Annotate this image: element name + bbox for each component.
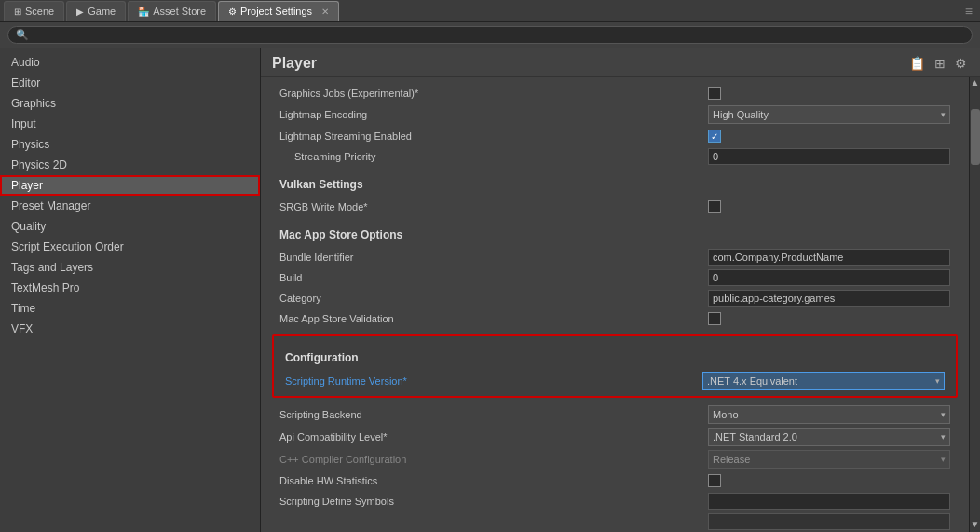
- validation-label: Mac App Store Validation: [279, 313, 708, 324]
- srgb-row: SRGB Write Mode*: [272, 197, 958, 217]
- scripting-backend-dropdown[interactable]: Mono ▾: [708, 405, 950, 424]
- tab-asset-store[interactable]: 🏪 Asset Store: [128, 1, 216, 21]
- scripting-define-input[interactable]: [708, 493, 950, 510]
- streaming-priority-input[interactable]: [708, 148, 950, 165]
- search-input[interactable]: [33, 30, 964, 41]
- scene-icon: ⊞: [14, 7, 21, 17]
- category-label: Category: [279, 293, 708, 304]
- tab-project-settings[interactable]: ⚙ Project Settings ✕: [218, 1, 339, 21]
- api-compat-arrow-icon: ▾: [941, 432, 946, 442]
- sidebar-item-graphics[interactable]: Graphics: [0, 93, 260, 114]
- sidebar-item-input[interactable]: Input: [0, 114, 260, 134]
- sidebar-item-quality[interactable]: Quality: [0, 216, 260, 237]
- lightmap-encoding-value: High Quality: [713, 109, 769, 120]
- tab-scene-label: Scene: [25, 6, 54, 17]
- api-compat-dropdown[interactable]: .NET Standard 2.0 ▾: [708, 428, 950, 446]
- sidebar-item-physics[interactable]: Physics: [0, 134, 260, 155]
- book-icon[interactable]: 📋: [907, 54, 927, 73]
- validation-checkbox[interactable]: [708, 312, 721, 325]
- content-with-scroll: Graphics Jobs (Experimental)* Lightmap E…: [261, 77, 980, 532]
- empty-field-row: [272, 512, 958, 532]
- disable-hw-control: [708, 474, 950, 487]
- sidebar-item-script-execution-order[interactable]: Script Execution Order: [0, 237, 260, 257]
- dropdown-arrow-icon: ▾: [941, 110, 946, 119]
- mac-header: Mac App Store Options: [279, 228, 402, 241]
- bundle-id-input[interactable]: [708, 249, 950, 266]
- scroll-up-arrow[interactable]: ▲: [971, 77, 980, 90]
- vulkan-header-row: Vulkan Settings: [272, 167, 958, 197]
- srgb-label: SRGB Write Mode*: [279, 201, 708, 212]
- streaming-priority-control: [708, 148, 950, 165]
- main-layout: Audio Editor Graphics Input Physics Phys…: [0, 48, 980, 532]
- graphics-jobs-row: Graphics Jobs (Experimental)*: [272, 83, 958, 103]
- tab-bar: ⊞ Scene ▶ Game 🏪 Asset Store ⚙ Project S…: [0, 0, 980, 22]
- cpp-compiler-arrow-icon: ▾: [941, 455, 946, 464]
- content-scroll[interactable]: Graphics Jobs (Experimental)* Lightmap E…: [261, 77, 969, 532]
- layout-icon[interactable]: ⊞: [932, 54, 947, 73]
- graphics-jobs-checkbox[interactable]: [708, 87, 721, 100]
- sidebar-item-time[interactable]: Time: [0, 298, 260, 319]
- settings-icon: ⚙: [228, 7, 237, 17]
- header-icons: 📋 ⊞ ⚙: [907, 54, 969, 73]
- asset-store-icon: 🏪: [138, 7, 149, 17]
- sidebar-item-preset-manager[interactable]: Preset Manager: [0, 196, 260, 216]
- gear-icon[interactable]: ⚙: [953, 54, 969, 73]
- tab-scene[interactable]: ⊞ Scene: [4, 1, 64, 21]
- empty-input[interactable]: [708, 513, 950, 530]
- lightmap-encoding-control: High Quality ▾: [708, 105, 950, 124]
- srgb-checkbox[interactable]: [708, 200, 721, 213]
- empty-control: [708, 513, 950, 530]
- disable-hw-row: Disable HW Statistics: [272, 471, 958, 491]
- config-header: Configuration: [285, 351, 359, 364]
- tab-game[interactable]: ▶ Game: [66, 1, 126, 21]
- category-input[interactable]: [708, 290, 950, 307]
- content-area: Player 📋 ⊞ ⚙ Graphics Jobs (Experimental…: [261, 48, 980, 532]
- sidebar-item-vfx[interactable]: VFX: [0, 319, 260, 339]
- lightmap-streaming-label: Lightmap Streaming Enabled: [279, 130, 708, 142]
- validation-row: Mac App Store Validation: [272, 308, 958, 329]
- api-compat-control: .NET Standard 2.0 ▾: [708, 428, 950, 446]
- category-control: [708, 290, 950, 307]
- lightmap-streaming-checkbox[interactable]: ✓: [708, 130, 721, 143]
- cpp-compiler-row: C++ Compiler Configuration Release ▾: [272, 448, 958, 471]
- cpp-compiler-dropdown[interactable]: Release ▾: [708, 450, 950, 469]
- scripting-backend-row: Scripting Backend Mono ▾: [272, 403, 958, 426]
- streaming-priority-label: Streaming Priority: [279, 151, 708, 162]
- bundle-id-control: [708, 249, 950, 266]
- scripting-runtime-dropdown[interactable]: .NET 4.x Equivalent ▾: [702, 372, 945, 390]
- sidebar-item-physics2d[interactable]: Physics 2D: [0, 155, 260, 175]
- scripting-runtime-label: Scripting Runtime Version*: [285, 375, 702, 387]
- sidebar-item-editor[interactable]: Editor: [0, 73, 260, 93]
- build-input[interactable]: [708, 269, 950, 286]
- disable-hw-checkbox[interactable]: [708, 474, 721, 487]
- sidebar-item-tags-and-layers[interactable]: Tags and Layers: [0, 257, 260, 278]
- graphics-jobs-label: Graphics Jobs (Experimental)*: [279, 88, 708, 99]
- tab-project-settings-label: Project Settings: [240, 6, 312, 17]
- scripting-runtime-control: .NET 4.x Equivalent ▾: [702, 372, 945, 390]
- tab-more-icon[interactable]: ≡: [965, 4, 980, 19]
- scripting-backend-label: Scripting Backend: [279, 409, 708, 420]
- scripting-runtime-row: Scripting Runtime Version* .NET 4.x Equi…: [278, 370, 952, 392]
- config-header-row: Configuration: [278, 340, 952, 370]
- scrollbar-thumb[interactable]: [971, 109, 980, 165]
- scrollbar[interactable]: ▲ ▼: [969, 77, 980, 532]
- graphics-jobs-control: [708, 87, 950, 100]
- scripting-define-label: Scripting Define Symbols: [279, 496, 708, 507]
- lightmap-streaming-row: Lightmap Streaming Enabled ✓: [272, 126, 958, 146]
- lightmap-encoding-dropdown[interactable]: High Quality ▾: [708, 105, 950, 124]
- sidebar-item-player[interactable]: Player: [0, 175, 260, 196]
- api-compat-row: Api Compatibility Level* .NET Standard 2…: [272, 426, 958, 448]
- lightmap-encoding-label: Lightmap Encoding: [279, 109, 708, 120]
- scripting-runtime-value: .NET 4.x Equivalent: [707, 375, 797, 387]
- vulkan-header: Vulkan Settings: [279, 178, 363, 191]
- scripting-backend-arrow-icon: ▾: [941, 410, 946, 419]
- game-icon: ▶: [76, 7, 84, 17]
- build-label: Build: [279, 272, 708, 283]
- sidebar-item-audio[interactable]: Audio: [0, 52, 260, 73]
- close-icon[interactable]: ✕: [321, 7, 329, 17]
- scroll-down-arrow[interactable]: ▼: [971, 519, 980, 532]
- cpp-compiler-control: Release ▾: [708, 450, 950, 469]
- sidebar-item-textmesh-pro[interactable]: TextMesh Pro: [0, 278, 260, 298]
- validation-control: [708, 312, 950, 325]
- streaming-priority-row: Streaming Priority: [272, 146, 958, 167]
